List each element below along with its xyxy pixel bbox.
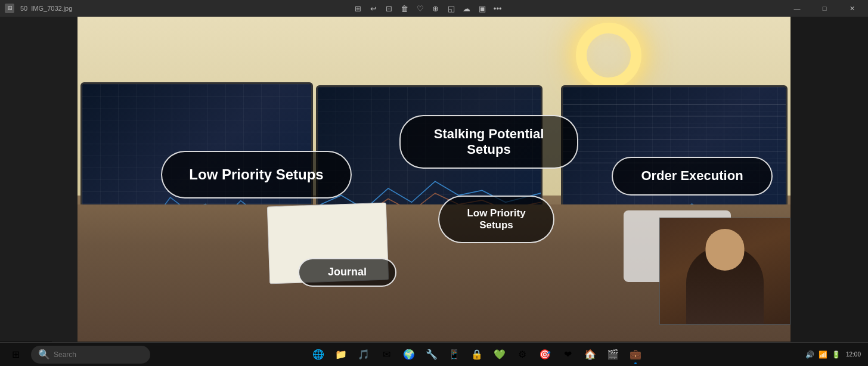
taskbar-app-15[interactable]: 💼 bbox=[625, 344, 646, 365]
app-icon: 🖼 bbox=[5, 4, 14, 13]
titlebar-icon-6[interactable]: ⊕ bbox=[431, 4, 441, 13]
taskbar-app-9[interactable]: 💚 bbox=[489, 344, 510, 365]
more-icon[interactable]: ••• bbox=[493, 4, 503, 13]
taskbar-app-11[interactable]: 🎯 bbox=[534, 344, 556, 365]
cloud-icon[interactable]: ☁ bbox=[462, 4, 472, 13]
volume-icon[interactable]: 🔊 bbox=[804, 346, 816, 363]
titlebar-center: ⊞ ↩ ⊡ 🗑 ♡ ⊕ ◱ ☁ ▣ ••• bbox=[72, 4, 783, 13]
stalking-text: Stalking PotentialSetups bbox=[434, 126, 544, 158]
low-priority-center-text: Low PrioritySetups bbox=[467, 207, 525, 232]
titlebar-icon-4[interactable]: 🗑 bbox=[400, 4, 410, 13]
minimize-button[interactable]: — bbox=[783, 0, 811, 17]
low-priority-center-label: Low PrioritySetups bbox=[438, 196, 554, 243]
titlebar-icon-7[interactable]: ◱ bbox=[447, 4, 456, 13]
taskbar-app-7[interactable]: 📱 bbox=[444, 344, 465, 365]
stalking-potential-label: Stalking PotentialSetups bbox=[399, 115, 578, 169]
titlebar-icon-1[interactable]: ⊞ bbox=[354, 4, 363, 13]
journal-label: Journal bbox=[298, 258, 396, 287]
taskbar-app-6[interactable]: 🔧 bbox=[421, 344, 442, 365]
taskbar-app-14[interactable]: 🎬 bbox=[602, 344, 624, 365]
taskbar: ⊞ 🔍 🌐 📁 🎵 ✉ 🌍 🔧 📱 🔒 💚 ⚙ 🎯 ❤ 🏠 🎬 💼 🔊 📶 🔋 … bbox=[0, 342, 868, 366]
time-display: 12:00 bbox=[846, 351, 861, 358]
left-sidebar bbox=[0, 17, 78, 342]
ring-light bbox=[576, 23, 641, 88]
taskbar-app-1[interactable]: 🌐 bbox=[308, 344, 329, 365]
order-execution-label: Order Execution bbox=[612, 157, 773, 196]
titlebar-icon-2[interactable]: ↩ bbox=[369, 4, 379, 13]
taskbar-app-12[interactable]: ❤ bbox=[557, 344, 578, 365]
taskbar-app-2[interactable]: 📁 bbox=[330, 344, 352, 365]
maximize-button[interactable]: □ bbox=[811, 0, 838, 17]
taskbar-app-4[interactable]: ✉ bbox=[376, 344, 397, 365]
battery-icon[interactable]: 🔋 bbox=[830, 346, 842, 363]
taskbar-right: 🔊 📶 🔋 12:00 bbox=[804, 346, 868, 363]
low-priority-left-label: Low Priority Setups bbox=[161, 151, 352, 198]
taskbar-app-13[interactable]: 🏠 bbox=[579, 344, 601, 365]
titlebar-icon-3[interactable]: ⊡ bbox=[385, 4, 394, 13]
taskbar-app-5[interactable]: 🌍 bbox=[398, 344, 420, 365]
main-image-container: Low Priority Setups Stalking PotentialSe… bbox=[78, 17, 790, 342]
taskbar-app-8[interactable]: 🔒 bbox=[466, 344, 488, 365]
person-head bbox=[706, 229, 745, 271]
search-icon: 🔍 bbox=[38, 349, 50, 360]
taskbar-app-3[interactable]: 🎵 bbox=[353, 344, 374, 365]
taskbar-center: 🌐 📁 🎵 ✉ 🌍 🔧 📱 🔒 💚 ⚙ 🎯 ❤ 🏠 🎬 💼 bbox=[150, 344, 804, 365]
clock[interactable]: 12:00 bbox=[844, 346, 863, 363]
file-name: IMG_7032.jpg bbox=[31, 5, 72, 12]
webcam-person bbox=[660, 218, 790, 324]
titlebar-icon-9[interactable]: ▣ bbox=[478, 4, 487, 13]
titlebar-window-controls: — □ ✕ bbox=[783, 0, 868, 17]
network-icon[interactable]: 📶 bbox=[817, 346, 829, 363]
taskbar-left: ⊞ bbox=[0, 344, 31, 365]
title-bar: 🖼 50 IMG_7032.jpg ⊞ ↩ ⊡ 🗑 ♡ ⊕ ◱ ☁ ▣ ••• … bbox=[0, 0, 868, 17]
search-input[interactable] bbox=[54, 351, 137, 359]
close-button[interactable]: ✕ bbox=[838, 0, 866, 17]
titlebar-left: 🖼 50 IMG_7032.jpg bbox=[0, 4, 72, 13]
webcam-overlay bbox=[659, 218, 790, 325]
taskbar-app-10[interactable]: ⚙ bbox=[512, 344, 533, 365]
start-button[interactable]: ⊞ bbox=[5, 344, 26, 365]
zoom-indicator: 50 bbox=[20, 5, 27, 12]
search-box[interactable]: 🔍 bbox=[31, 346, 150, 364]
titlebar-icon-5[interactable]: ♡ bbox=[416, 4, 425, 13]
